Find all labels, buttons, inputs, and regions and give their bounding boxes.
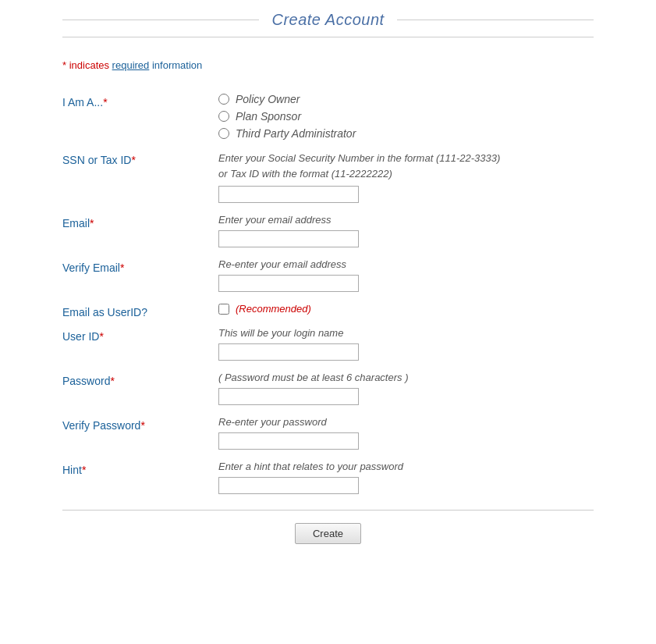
radio-group: Policy Owner Plan Sponsor Third Party Ad… [218,93,594,140]
radio-plan-sponsor[interactable]: Plan Sponsor [218,110,594,123]
hint-row: Hint* Enter a hint that relates to your … [62,457,594,502]
required-asterisk: * [62,59,66,71]
verify-email-row: Verify Email* Re-enter your email addres… [62,255,594,300]
hint-label: Hint* [62,457,218,502]
email-description: Enter your email address [218,214,594,226]
email-label: Email* [62,211,218,255]
i-am-a-label: I Am A...* [62,90,218,148]
email-userid-field: (Recommended) [218,300,594,324]
radio-policy-owner-label: Policy Owner [236,93,300,105]
ssn-required: * [131,154,135,166]
verify-email-label: Verify Email* [62,255,218,300]
user-id-required: * [99,330,103,343]
required-text: required [112,59,150,71]
email-userid-checkbox-row: (Recommended) [218,303,594,315]
header-line-right [397,20,594,20]
create-button-row: Create [62,511,594,544]
email-required: * [90,217,94,229]
form-table: I Am A...* Policy Owner Plan Sponsor [62,90,594,502]
header-line-left [62,20,259,20]
required-note: * indicates required information [62,59,594,71]
ssn-description: Enter your Social Security Number in the… [218,151,594,181]
password-description: ( Password must be at least 6 characters… [218,372,594,383]
verify-email-input[interactable] [218,275,359,292]
user-id-row: User ID* This will be your login name [62,324,594,368]
radio-plan-sponsor-label: Plan Sponsor [236,110,301,123]
radio-third-party-input[interactable] [218,128,229,139]
verify-email-field: Re-enter your email address [218,255,594,300]
email-input[interactable] [218,230,359,247]
verify-password-description: Re-enter your password [218,416,594,428]
radio-plan-sponsor-input[interactable] [218,111,229,122]
verify-password-input[interactable] [218,432,359,450]
hint-input[interactable] [218,477,359,494]
i-am-a-row: I Am A...* Policy Owner Plan Sponsor [62,90,594,148]
verify-email-required: * [120,262,124,274]
verify-password-required: * [140,419,144,432]
hint-description: Enter a hint that relates to your passwo… [218,461,594,472]
user-id-input[interactable] [218,343,359,361]
verify-password-label: Verify Password* [62,413,218,457]
recommended-text: (Recommended) [236,303,311,315]
ssn-label: SSN or Tax ID* [62,148,218,211]
email-field: Enter your email address [218,211,594,255]
user-id-field: This will be your login name [218,324,594,368]
page-title: Create Account [259,11,396,29]
email-userid-checkbox[interactable] [218,304,229,315]
i-am-a-field: Policy Owner Plan Sponsor Third Party Ad… [218,90,594,148]
email-row: Email* Enter your email address [62,211,594,255]
radio-policy-owner[interactable]: Policy Owner [218,93,594,105]
hint-required: * [82,464,86,476]
password-input[interactable] [218,388,359,405]
email-userid-row: Email as UserID? (Recommended) [62,300,594,324]
i-am-a-required: * [103,96,107,109]
user-id-description: This will be your login name [218,327,594,339]
verify-password-row: Verify Password* Re-enter your password [62,413,594,457]
email-userid-label: Email as UserID? [62,300,218,324]
radio-third-party[interactable]: Third Party Administrator [218,127,594,140]
password-required: * [110,375,114,387]
hint-field: Enter a hint that relates to your passwo… [218,457,594,502]
verify-password-field: Re-enter your password [218,413,594,457]
page-header: Create Account [62,0,594,37]
user-id-label: User ID* [62,324,218,368]
verify-email-description: Re-enter your email address [218,258,594,270]
information-text: information [149,59,202,71]
create-button[interactable]: Create [295,523,361,544]
password-field: ( Password must be at least 6 characters… [218,368,594,413]
ssn-row: SSN or Tax ID* Enter your Social Securit… [62,148,594,211]
password-label: Password* [62,368,218,413]
ssn-field: Enter your Social Security Number in the… [218,148,594,211]
page-container: Create Account * indicates required info… [0,0,656,644]
radio-policy-owner-input[interactable] [218,94,229,105]
radio-third-party-label: Third Party Administrator [236,127,356,140]
ssn-input[interactable] [218,186,359,203]
password-row: Password* ( Password must be at least 6 … [62,368,594,413]
indicates-text: indicates [69,59,112,71]
